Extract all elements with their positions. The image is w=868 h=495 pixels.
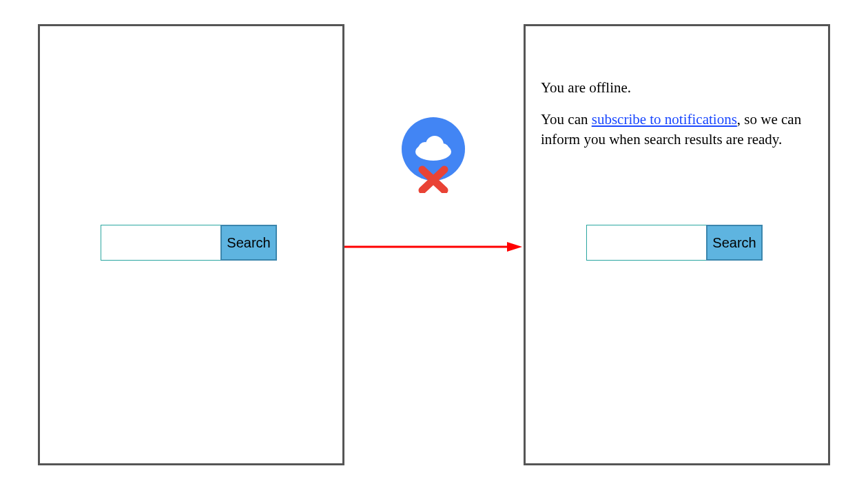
- search-button[interactable]: Search: [220, 225, 277, 261]
- search-button[interactable]: Search: [706, 225, 763, 261]
- offline-line-2a: You can: [541, 111, 592, 128]
- svg-point-6: [437, 143, 449, 156]
- offline-message: You are offline. You can subscribe to no…: [541, 78, 813, 161]
- offline-line-1: You are offline.: [541, 78, 813, 97]
- after-panel: You are offline. You can subscribe to no…: [524, 24, 830, 465]
- before-panel: Search: [38, 24, 344, 465]
- svg-line-7: [422, 170, 444, 190]
- svg-marker-1: [507, 242, 522, 252]
- svg-point-3: [415, 143, 451, 161]
- svg-line-8: [422, 170, 444, 190]
- search-input[interactable]: [101, 225, 220, 261]
- search-row-right: Search: [586, 225, 763, 261]
- search-input[interactable]: [586, 225, 706, 261]
- offline-line-2: You can subscribe to notifications, so w…: [541, 110, 813, 149]
- offline-cloud-icon: [402, 117, 465, 193]
- svg-point-4: [418, 142, 432, 156]
- search-row-left: Search: [101, 225, 277, 261]
- arrow-icon: [344, 242, 522, 252]
- subscribe-notifications-link[interactable]: subscribe to notifications: [592, 111, 737, 128]
- svg-point-5: [426, 136, 444, 154]
- svg-point-2: [402, 117, 465, 181]
- diagram-stage: Search You are offline. You can subscrib…: [0, 0, 868, 495]
